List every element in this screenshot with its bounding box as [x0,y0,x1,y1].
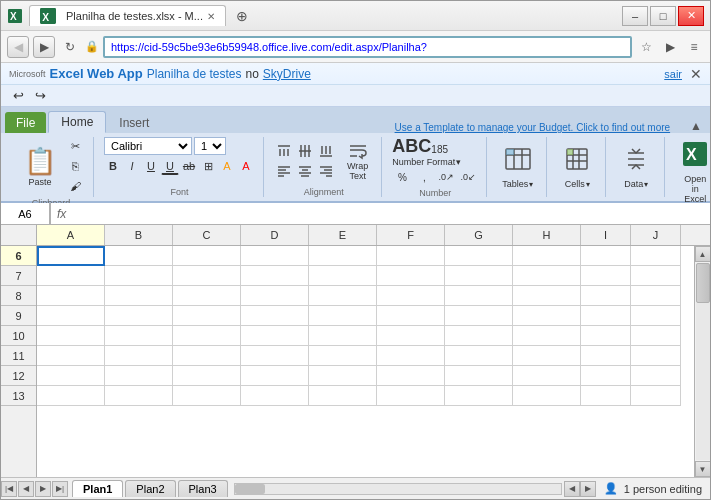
cell-g7[interactable] [445,266,513,286]
ribbon-collapse-button[interactable]: ▲ [690,119,706,133]
cell-c13[interactable] [173,386,241,406]
font-size-select[interactable]: 11 [194,137,226,155]
cell-f7[interactable] [377,266,445,286]
tab-close-btn[interactable]: ✕ [207,11,215,22]
col-header-e[interactable]: E [309,225,377,245]
row-header-6[interactable]: 6 [1,246,36,266]
col-header-a[interactable]: A [37,225,105,245]
cell-e6[interactable] [309,246,377,266]
cell-d8[interactable] [241,286,309,306]
new-tab-button[interactable]: ⊕ [232,8,252,24]
cell-g10[interactable] [445,326,513,346]
cell-d6[interactable] [241,246,309,266]
menu-button[interactable]: ≡ [684,37,704,57]
scroll-right-button[interactable]: ▶ [580,481,596,497]
align-middle-button[interactable] [295,142,315,160]
cell-b6[interactable] [105,246,173,266]
cell-a10[interactable] [37,326,105,346]
sheet-tab-plan3[interactable]: Plan3 [178,480,228,497]
sheet-nav-prev[interactable]: ◀ [18,481,34,497]
align-right-button[interactable] [316,162,336,180]
row-header-9[interactable]: 9 [1,306,36,326]
copy-button[interactable]: ⎘ [65,157,85,175]
cell-f9[interactable] [377,306,445,326]
italic-button[interactable]: I [123,157,141,175]
cell-b10[interactable] [105,326,173,346]
cell-g12[interactable] [445,366,513,386]
cell-c11[interactable] [173,346,241,366]
row-header-13[interactable]: 13 [1,386,36,406]
cell-e7[interactable] [309,266,377,286]
vertical-scrollbar[interactable]: ▲ ▼ [694,246,710,477]
cell-b12[interactable] [105,366,173,386]
h-scroll-track[interactable] [234,483,562,495]
reload-button[interactable]: ↻ [59,36,81,58]
sheet-tab-plan1[interactable]: Plan1 [72,480,123,497]
borders-button[interactable]: ⊞ [199,157,217,175]
sheet-nav-last[interactable]: ▶| [52,481,68,497]
underline-button[interactable]: U [142,157,160,175]
row-header-10[interactable]: 10 [1,326,36,346]
col-header-h[interactable]: H [513,225,581,245]
sheet-tab-plan2[interactable]: Plan2 [125,480,175,497]
scroll-down-button[interactable]: ▼ [695,461,711,477]
tab-home[interactable]: Home [48,111,106,133]
cell-i9[interactable] [581,306,631,326]
bookmark-star-button[interactable]: ☆ [636,37,656,57]
font-family-select[interactable]: Calibri [104,137,192,155]
cell-g11[interactable] [445,346,513,366]
maximize-button[interactable]: □ [650,6,676,26]
cell-i8[interactable] [581,286,631,306]
align-bottom-button[interactable] [316,142,336,160]
sair-link[interactable]: sair [664,68,682,80]
align-left-button[interactable] [274,162,294,180]
cell-d13[interactable] [241,386,309,406]
cell-b7[interactable] [105,266,173,286]
cell-j11[interactable] [631,346,681,366]
cell-f8[interactable] [377,286,445,306]
cell-d9[interactable] [241,306,309,326]
back-button[interactable]: ◀ [7,36,29,58]
cell-i11[interactable] [581,346,631,366]
wrap-text-button[interactable]: WrapText [342,139,373,183]
scroll-up-button[interactable]: ▲ [695,246,711,262]
tab-file[interactable]: File [5,112,46,133]
cell-h9[interactable] [513,306,581,326]
cell-b8[interactable] [105,286,173,306]
fill-color-button[interactable]: A [218,157,236,175]
cell-d10[interactable] [241,326,309,346]
open-in-excel-button[interactable]: X Open inExcel [675,137,711,207]
cell-g9[interactable] [445,306,513,326]
cell-i10[interactable] [581,326,631,346]
infobar-close-button[interactable]: ✕ [690,66,702,82]
row-header-8[interactable]: 8 [1,286,36,306]
address-input[interactable] [103,36,632,58]
scroll-thumb[interactable] [696,263,710,303]
redo-button[interactable]: ↪ [31,87,49,105]
skydrive-link[interactable]: SkyDrive [263,67,311,81]
promo-link[interactable]: Use a Template to manage your Budget. Cl… [395,122,691,133]
col-header-j[interactable]: J [631,225,681,245]
cell-e8[interactable] [309,286,377,306]
cell-a12[interactable] [37,366,105,386]
forward-button[interactable]: ▶ [33,36,55,58]
cell-d7[interactable] [241,266,309,286]
sheet-nav-next[interactable]: ▶ [35,481,51,497]
scroll-track[interactable] [696,263,710,460]
cell-i7[interactable] [581,266,631,286]
col-header-d[interactable]: D [241,225,309,245]
decimal-remove-button[interactable]: .0↙ [458,169,478,185]
close-button[interactable]: ✕ [678,6,704,26]
cell-e10[interactable] [309,326,377,346]
cell-a6[interactable] [37,246,105,266]
row-header-7[interactable]: 7 [1,266,36,286]
cell-b13[interactable] [105,386,173,406]
cell-j8[interactable] [631,286,681,306]
cell-a9[interactable] [37,306,105,326]
cell-g6[interactable] [445,246,513,266]
col-header-g[interactable]: G [445,225,513,245]
cell-h8[interactable] [513,286,581,306]
cell-i6[interactable] [581,246,631,266]
cell-j13[interactable] [631,386,681,406]
row-header-11[interactable]: 11 [1,346,36,366]
